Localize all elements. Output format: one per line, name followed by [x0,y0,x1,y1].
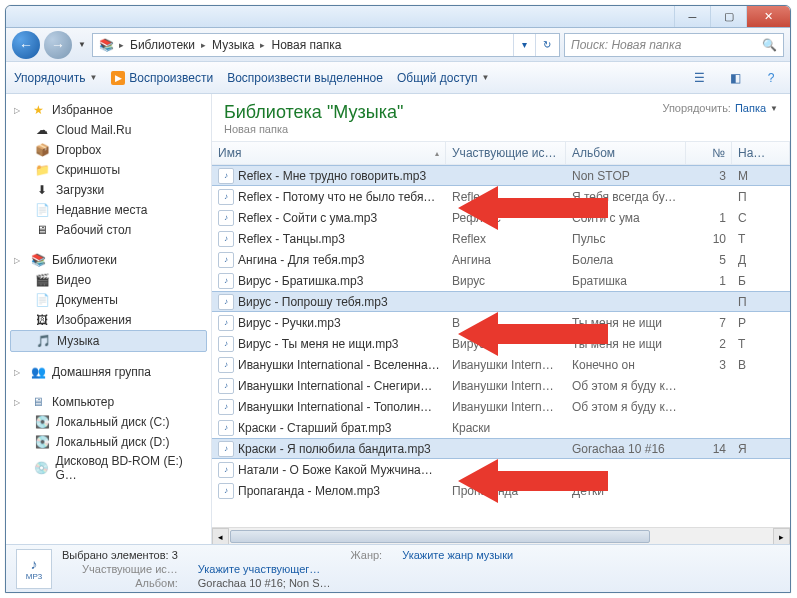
minimize-button[interactable]: ─ [674,6,710,27]
scroll-right-icon[interactable]: ▸ [773,528,790,544]
close-button[interactable]: ✕ [746,6,790,27]
table-row[interactable]: Натали - О Боже Какой Мужчина… [212,459,790,480]
sidebar-homegroup-head[interactable]: ▷ 👥 Домашняя группа [6,362,211,382]
crumb-sep-icon[interactable]: ▸ [258,40,267,50]
organize-button[interactable]: Упорядочить ▼ [14,71,97,85]
images-icon: 🖼 [34,312,50,328]
forward-button[interactable]: → [44,31,72,59]
refresh-button[interactable]: ↻ [535,34,557,56]
table-row[interactable]: Иванушки International - Снегири… Ивануш… [212,375,790,396]
sidebar-libraries-item[interactable]: 🎵Музыка [10,330,207,352]
docs-icon: 📄 [34,292,50,308]
breadcrumb-1[interactable]: Музыка [208,38,258,52]
crumb-sep-icon[interactable]: ▸ [199,40,208,50]
table-row[interactable]: Краски - Старший брат.mp3 Краски [212,417,790,438]
back-button[interactable]: ← [12,31,40,59]
h-scrollbar[interactable]: ◂ ▸ [212,527,790,544]
table-row[interactable]: Reflex - Сойти с ума.mp3 Рефлекс Сойти с… [212,207,790,228]
sidebar-libraries-item[interactable]: 🎬Видео [6,270,211,290]
table-row[interactable]: Вирус - Попрошу тебя.mp3 П [212,291,790,312]
sidebar-libraries-item[interactable]: 📄Документы [6,290,211,310]
search-icon: 🔍 [762,38,777,52]
preview-pane-button[interactable]: ◧ [724,67,746,89]
sidebar-homegroup: ▷ 👥 Домашняя группа [6,362,211,382]
disk-icon: 💽 [34,434,50,450]
share-button[interactable]: Общий доступ ▼ [397,71,490,85]
toolbar: Упорядочить ▼ ▶ Воспроизвести Воспроизве… [6,62,790,94]
breadcrumb-2[interactable]: Новая папка [267,38,345,52]
search-input[interactable]: Поиск: Новая папка 🔍 [564,33,784,57]
col-artist[interactable]: Участвующие ис… [446,142,566,164]
expand-icon: ▷ [14,106,24,115]
chevron-down-icon: ▼ [482,73,490,82]
play-selected-button[interactable]: Воспроизвести выделенное [227,71,383,85]
scroll-thumb[interactable] [230,530,650,543]
sidebar-computer-head[interactable]: ▷ 🖥 Компьютер [6,392,211,412]
recent-dropdown[interactable]: ▼ [76,40,88,49]
col-last[interactable]: На… [732,142,790,164]
sidebar-computer-item[interactable]: 💿Дисковод BD-ROM (E:) G… [6,452,211,484]
file-list[interactable]: Reflex - Мне трудно говорить.mp3 Non STO… [212,165,790,527]
table-row[interactable]: Вирус - Братишка.mp3 Вирус Братишка 1 Б [212,270,790,291]
status-artist[interactable]: Укажите участвующег… [198,563,331,575]
mp3-icon [218,210,234,226]
table-row[interactable]: Иванушки International - Тополин… Ивануш… [212,396,790,417]
table-row[interactable]: Краски - Я полюбила бандита.mp3 Gorachaa… [212,438,790,459]
downloads-icon: ⬇ [34,182,50,198]
nav-bar: ← → ▼ 📚 ▸ Библиотеки ▸ Музыка ▸ Новая па… [6,28,790,62]
status-selected: Выбрано элементов: 3 [62,549,178,561]
mp3-icon [218,168,234,184]
bd-icon: 💿 [34,460,50,476]
recent-icon: 📄 [34,202,50,218]
sidebar-libraries-head[interactable]: ▷ 📚 Библиотеки [6,250,211,270]
sidebar-favorites-item[interactable]: ⬇Загрузки [6,180,211,200]
address-bar[interactable]: 📚 ▸ Библиотеки ▸ Музыка ▸ Новая папка ▾ … [92,33,560,57]
help-button[interactable]: ? [760,67,782,89]
scroll-left-icon[interactable]: ◂ [212,528,229,544]
table-row[interactable]: Пропаганда - Мелом.mp3 Пропаганда Детки [212,480,790,501]
sidebar-favorites-item[interactable]: 🖥Рабочий стол [6,220,211,240]
arrange-by[interactable]: Упорядочить: Папка ▼ [662,102,778,114]
explorer-window: ─ ▢ ✕ ← → ▼ 📚 ▸ Библиотеки ▸ Музыка ▸ Но… [5,5,791,593]
table-row[interactable]: Иванушки International - Вселенна… Ивану… [212,354,790,375]
sidebar-libraries: ▷ 📚 Библиотеки 🎬Видео📄Документы🖼Изображе… [6,250,211,352]
play-button[interactable]: ▶ Воспроизвести [111,71,213,85]
library-icon: 📚 [30,252,46,268]
status-thumbnail: MP3 [16,549,52,589]
sidebar-favorites-item[interactable]: ☁Cloud Mail.Ru [6,120,211,140]
table-row[interactable]: Reflex - Потому что не было тебя… Refle … [212,186,790,207]
view-button[interactable]: ☰ [688,67,710,89]
sidebar-libraries-item[interactable]: 🖼Изображения [6,310,211,330]
table-row[interactable]: Ангина - Для тебя.mp3 Ангина Болела 5 Д [212,249,790,270]
table-row[interactable]: Вирус - Ручки.mp3 В Ты меня не ищи 7 Р [212,312,790,333]
expand-icon: ▷ [14,368,24,377]
sidebar-computer-item[interactable]: 💽Локальный диск (C:) [6,412,211,432]
crumb-sep-icon[interactable]: ▸ [117,40,126,50]
cloud-icon: ☁ [34,122,50,138]
col-name[interactable]: Имя▴ [212,142,446,164]
sidebar-favorites-item[interactable]: 📦Dropbox [6,140,211,160]
breadcrumb-0[interactable]: Библиотеки [126,38,199,52]
addr-dropdown[interactable]: ▾ [513,34,535,56]
sidebar-computer-item[interactable]: 💽Локальный диск (D:) [6,432,211,452]
expand-icon: ▷ [14,256,24,265]
sidebar-favorites-item[interactable]: 📁Скриншоты [6,160,211,180]
maximize-button[interactable]: ▢ [710,6,746,27]
col-num[interactable]: № [686,142,732,164]
table-row[interactable]: Вирус - Ты меня не ищи.mp3 Вирус Ты меня… [212,333,790,354]
mp3-icon [218,252,234,268]
homegroup-icon: 👥 [30,364,46,380]
table-row[interactable]: Reflex - Мне трудно говорить.mp3 Non STO… [212,165,790,186]
search-placeholder: Поиск: Новая папка [571,38,681,52]
mp3-icon [218,336,234,352]
table-row[interactable]: Reflex - Танцы.mp3 Reflex Пульс 10 Т [212,228,790,249]
sidebar-favorites-head[interactable]: ▷ ★ Избранное [6,100,211,120]
col-album[interactable]: Альбом [566,142,686,164]
expand-icon: ▷ [14,398,24,407]
mp3-icon [218,399,234,415]
mp3-icon [218,294,234,310]
titlebar: ─ ▢ ✕ [6,6,790,28]
status-genre[interactable]: Укажите жанр музыки [402,549,513,561]
sidebar-favorites-item[interactable]: 📄Недавние места [6,200,211,220]
sidebar-favorites: ▷ ★ Избранное ☁Cloud Mail.Ru📦Dropbox📁Скр… [6,100,211,240]
